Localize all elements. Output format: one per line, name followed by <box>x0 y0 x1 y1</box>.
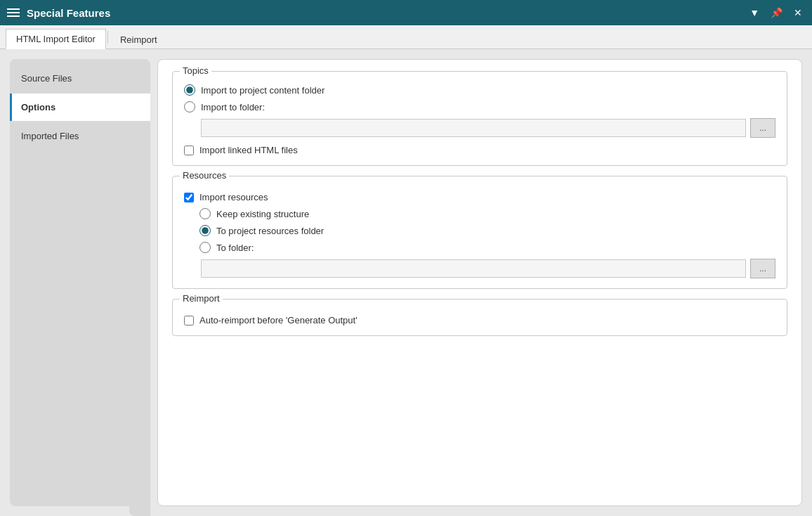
auto-reimport-checkbox-row: Auto-reimport before 'Generate Output' <box>184 315 775 325</box>
import-to-project-label[interactable]: Import to project content folder <box>201 85 325 96</box>
sidebar-item-imported-files[interactable]: Imported Files <box>10 122 150 150</box>
import-resources-label[interactable]: Import resources <box>199 192 268 202</box>
import-resources-checkbox[interactable] <box>184 193 194 202</box>
import-linked-checkbox-row: Import linked HTML files <box>184 145 775 155</box>
title-bar-right: ▼ 📌 ✕ <box>747 6 805 19</box>
topics-section-label: Topics <box>180 65 211 76</box>
to-project-resources-label[interactable]: To project resources folder <box>216 226 324 236</box>
content-panel: Topics Import to project content folder … <box>157 59 802 506</box>
sidebar-item-source-files[interactable]: Source Files <box>10 65 150 92</box>
import-linked-checkbox[interactable] <box>184 146 194 155</box>
hamburger-icon[interactable] <box>7 8 20 17</box>
title-bar: Special Features ▼ 📌 ✕ <box>0 0 812 25</box>
topics-radio-row-1: Import to folder: <box>184 101 775 112</box>
tab-separator <box>107 31 108 44</box>
import-to-folder-radio[interactable] <box>184 101 195 112</box>
resources-folder-input[interactable] <box>201 259 746 278</box>
topics-radio-group: Import to project content folder Import … <box>184 84 775 112</box>
keep-existing-label[interactable]: Keep existing structure <box>216 209 309 219</box>
reimport-section: Reimport Auto-reimport before 'Generate … <box>172 299 787 336</box>
to-folder-label[interactable]: To folder: <box>216 243 254 253</box>
resources-sub-radio-group: Keep existing structure To project resou… <box>199 208 775 253</box>
resources-browse-button[interactable]: ... <box>750 259 775 278</box>
topics-radio-row-0: Import to project content folder <box>184 84 775 96</box>
tab-bar: HTML Import Editor Reimport <box>0 25 812 49</box>
resources-section: Resources Import resources Keep existing… <box>172 176 787 289</box>
to-project-resources-radio[interactable] <box>199 225 211 236</box>
import-to-project-radio[interactable] <box>184 84 195 96</box>
resources-radio-row-0: Keep existing structure <box>199 208 775 219</box>
resources-folder-input-row: ... <box>201 259 775 278</box>
to-folder-radio[interactable] <box>199 242 211 253</box>
tab-html-import-editor[interactable]: HTML Import Editor <box>6 29 106 49</box>
title-bar-left: Special Features <box>7 7 110 19</box>
keep-existing-radio[interactable] <box>199 208 211 219</box>
close-button[interactable]: ✕ <box>791 6 805 19</box>
dropdown-button[interactable]: ▼ <box>747 6 762 19</box>
auto-reimport-checkbox[interactable] <box>184 316 194 325</box>
app-title: Special Features <box>27 7 110 19</box>
resources-radio-row-2: To folder: <box>199 242 775 253</box>
sidebar: Source Files Options Imported Files <box>10 59 150 506</box>
main-area: Source Files Options Imported Files Topi… <box>0 49 812 516</box>
pin-button[interactable]: 📌 <box>768 6 785 19</box>
topics-folder-input-row: ... <box>201 118 775 138</box>
import-linked-label[interactable]: Import linked HTML files <box>199 145 298 155</box>
tab-reimport[interactable]: Reimport <box>110 30 168 49</box>
topics-folder-input[interactable] <box>201 119 746 137</box>
topics-section: Topics Import to project content folder … <box>172 71 787 166</box>
sidebar-item-options[interactable]: Options <box>10 93 150 121</box>
resources-section-label: Resources <box>180 170 229 181</box>
topics-browse-button[interactable]: ... <box>750 118 775 138</box>
import-to-folder-label[interactable]: Import to folder: <box>201 102 265 112</box>
reimport-section-label: Reimport <box>180 293 223 304</box>
auto-reimport-label[interactable]: Auto-reimport before 'Generate Output' <box>199 315 358 325</box>
resources-radio-row-1: To project resources folder <box>199 225 775 236</box>
import-resources-checkbox-row: Import resources <box>184 192 775 202</box>
